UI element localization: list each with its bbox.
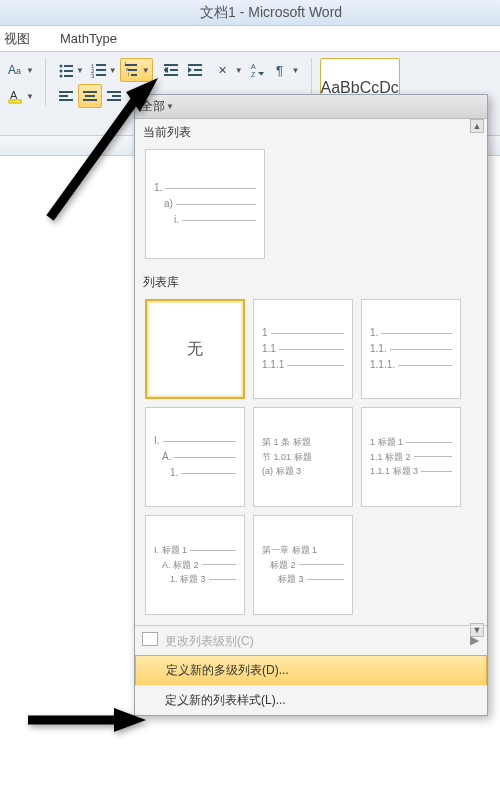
list-thumb[interactable]: I. A. 1. xyxy=(145,407,245,507)
svg-text:¶: ¶ xyxy=(276,63,283,78)
decrease-indent-button[interactable] xyxy=(159,58,183,82)
chevron-down-icon: ▼ xyxy=(166,102,174,111)
svg-rect-38 xyxy=(59,95,68,97)
svg-rect-13 xyxy=(96,69,106,71)
svg-rect-40 xyxy=(83,91,97,93)
menu-change-list-level: 更改列表级别(C) ▶ xyxy=(135,626,487,656)
multilevel-list-button[interactable]: 1ai▼ xyxy=(120,58,153,82)
dropdown-filter-label: 全部 xyxy=(141,98,165,115)
svg-rect-44 xyxy=(112,95,121,97)
svg-rect-7 xyxy=(64,70,73,72)
svg-rect-29 xyxy=(194,69,202,71)
align-right-button[interactable] xyxy=(102,84,126,108)
svg-rect-9 xyxy=(64,75,73,77)
svg-rect-43 xyxy=(107,91,121,93)
list-thumb[interactable]: 1. 1.1. 1.1.1. xyxy=(361,299,461,399)
align-left-button[interactable] xyxy=(54,84,78,108)
change-case-button[interactable]: Aa▼ xyxy=(4,58,37,82)
svg-text:3: 3 xyxy=(91,73,95,79)
annotation-arrow xyxy=(20,690,150,743)
dropdown-footer: 更改列表级别(C) ▶ 定义新的多级列表(D)... 定义新的列表样式(L)..… xyxy=(135,625,487,715)
svg-marker-31 xyxy=(188,67,192,73)
svg-point-4 xyxy=(59,65,62,68)
svg-text:a: a xyxy=(16,66,21,76)
svg-rect-17 xyxy=(128,69,137,71)
svg-text:A: A xyxy=(10,89,18,101)
ribbon-tabs: 视图 MathType xyxy=(0,26,500,52)
svg-point-6 xyxy=(59,70,62,73)
svg-rect-15 xyxy=(96,74,106,76)
window-title: 文档1 - Microsoft Word xyxy=(200,4,342,22)
svg-rect-24 xyxy=(164,74,178,76)
menu-define-new-list-style[interactable]: 定义新的列表样式(L)... xyxy=(135,685,487,715)
svg-text:A: A xyxy=(8,63,16,77)
svg-rect-30 xyxy=(188,74,202,76)
tab-view[interactable]: 视图 xyxy=(4,30,30,48)
svg-rect-41 xyxy=(85,95,95,97)
svg-marker-35 xyxy=(258,64,264,76)
svg-rect-5 xyxy=(64,65,73,67)
asian-layout-button[interactable]: ✕▼ xyxy=(213,58,246,82)
svg-rect-39 xyxy=(59,99,73,101)
svg-rect-3 xyxy=(9,100,21,103)
svg-rect-45 xyxy=(107,99,121,101)
align-center-button[interactable] xyxy=(78,84,102,108)
show-marks-button[interactable]: ¶▼ xyxy=(270,58,303,82)
svg-rect-28 xyxy=(188,64,202,66)
svg-text:Z: Z xyxy=(251,71,256,78)
increase-indent-button[interactable] xyxy=(183,58,207,82)
bullets-button[interactable]: ▼ xyxy=(54,58,87,82)
indent-icon xyxy=(142,632,158,646)
list-thumb[interactable]: I. 标题 1 A. 标题 2 1. 标题 3 xyxy=(145,515,245,615)
menu-label: 更改列表级别(C) xyxy=(165,634,254,648)
svg-text:i: i xyxy=(128,71,129,77)
svg-rect-22 xyxy=(164,64,178,66)
svg-rect-46 xyxy=(131,91,145,93)
dropdown-scrollbar[interactable]: ▲ ▼ xyxy=(469,119,485,637)
list-thumb[interactable]: 1 标题 1 1.1 标题 2 1.1.1 标题 3 xyxy=(361,407,461,507)
title-bar: 文档1 - Microsoft Word xyxy=(0,0,500,26)
menu-define-new-multilevel-list[interactable]: 定义新的多级列表(D)... xyxy=(135,655,487,686)
list-thumb[interactable]: 第 1 条 标题 节 1.01 标题 (a) 标题 3 xyxy=(253,407,353,507)
section-list-library: 列表库 xyxy=(135,269,487,295)
none-label: 无 xyxy=(187,336,203,362)
tab-mathtype[interactable]: MathType xyxy=(60,31,117,46)
menu-label: 定义新的多级列表(D)... xyxy=(166,663,289,677)
menu-label: 定义新的列表样式(L)... xyxy=(165,693,286,707)
dropdown-filter[interactable]: 全部 ▼ xyxy=(135,95,487,119)
highlight-color-button[interactable]: A▼ xyxy=(4,84,37,108)
svg-point-8 xyxy=(59,75,62,78)
svg-rect-11 xyxy=(96,64,106,66)
multilevel-list-dropdown: 全部 ▼ 当前列表 1. a) i. 列表库 无 1 1.1 1.1.1 1. … xyxy=(134,94,488,716)
section-current-list: 当前列表 xyxy=(135,119,487,145)
list-thumb[interactable]: 1 1.1 1.1.1 xyxy=(253,299,353,399)
scroll-up-icon[interactable]: ▲ xyxy=(470,119,484,133)
list-thumb[interactable]: 第一章 标题 1 标题 2 标题 3 xyxy=(253,515,353,615)
numbering-button[interactable]: 123▼ xyxy=(87,58,120,82)
svg-text:A: A xyxy=(251,63,256,70)
list-thumb-none[interactable]: 无 xyxy=(145,299,245,399)
svg-rect-23 xyxy=(170,69,178,71)
svg-rect-18 xyxy=(131,74,137,76)
svg-text:✕: ✕ xyxy=(218,64,227,76)
list-thumb-current[interactable]: 1. a) i. xyxy=(145,149,265,259)
chevron-right-icon: ▶ xyxy=(470,633,479,647)
ribbon-separator xyxy=(45,58,46,106)
svg-rect-42 xyxy=(83,99,97,101)
sort-button[interactable]: AZ xyxy=(246,58,270,82)
svg-rect-37 xyxy=(59,91,73,93)
